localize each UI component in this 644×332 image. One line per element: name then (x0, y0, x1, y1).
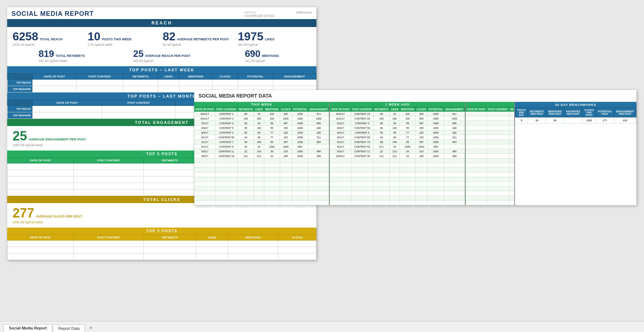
table-row (330, 182, 465, 187)
table-row: 8/21/17CONTENT 2100200100100010001400 (195, 116, 329, 121)
table-row: 9/3/17CONTENT 1122210332151000480 (330, 149, 465, 154)
reach-grid-bottom: 819 TOTAL RETWEETS 191.10 typical week 2… (7, 48, 316, 66)
table-row (466, 140, 514, 144)
table-row: 9/1/17CONTENT 625714410001000654 (330, 144, 465, 149)
table-row (8, 241, 316, 247)
table-row (466, 126, 514, 130)
table-row (466, 177, 514, 182)
table-row (330, 158, 465, 163)
table-row (330, 172, 465, 177)
tab-social-media-report[interactable]: Social Media Report (4, 324, 52, 332)
table-row (195, 201, 329, 205)
table-row: 9/5/17CONTENT 10111211221651000499 (195, 154, 329, 158)
total-reach-item: 6258 TOTAL REACH 2333.33 typical (13, 31, 86, 46)
table-row (466, 130, 514, 135)
table-row: 8/3/17CONTENT 5090140551501000440 (330, 126, 465, 130)
table-row (466, 135, 514, 140)
benchmarks-header: 30 DAY BENCHMARKS (515, 102, 636, 108)
table-row (466, 154, 514, 158)
one-week-ago-table: DATE OF POST POST CONTENT RETWEETS LIKES… (330, 107, 465, 205)
total-retweets-item: 819 TOTAL RETWEETS 191.10 typical week (38, 49, 85, 63)
avg-reach-item: 25 AVERAGE REACH PER POST 625.80 typical (133, 49, 190, 63)
table-row: 9/3/17CONTENT 1122210332151000480 (195, 149, 329, 154)
table-row: 8/22/17CONTENT 2289221003001000511 (330, 112, 465, 116)
table-row (330, 201, 465, 205)
table-row (330, 191, 465, 196)
table-row: 8/21/17CONTENT 2610020010050010001000 (330, 116, 465, 121)
table-row: 9/1/17CONTENT 804490771001000311 (330, 135, 465, 140)
two-weeks-ago-table: DATE OF POST POST CONTENT RETWEETS LIKES… (466, 107, 514, 205)
table-row (466, 112, 514, 116)
table-row (466, 172, 514, 177)
table-row: 9/1/17CONTENT 7388156553571000954 (330, 140, 465, 144)
this-week-block: THIS WEEK DATE OF POST POST CONTENT RETW… (194, 102, 330, 205)
table-row: 9/1/17CONTENT 39934564671000656 (330, 121, 465, 126)
table-row (195, 191, 329, 196)
table-row (330, 177, 465, 182)
table-row (466, 144, 514, 149)
mentions-item: 690 MENTIONS 161.00 typical (245, 49, 279, 63)
this-week-table: DATE OF POST POST CONTENT RETWEETS LIKES… (194, 107, 329, 205)
table-row: 8/3/17CONTENT 535140551501000440 (195, 126, 329, 130)
table-row (466, 121, 514, 126)
table-row (466, 187, 514, 191)
table-row (466, 182, 514, 187)
top3-header: TOP 3 POSTS (7, 228, 316, 234)
table-row (8, 247, 316, 254)
likes-item: 1975 LIKES 460.83 typical (238, 31, 311, 46)
table-row (330, 196, 465, 201)
reach-grid: 6258 TOTAL REACH 2333.33 typical 10 POST… (7, 27, 316, 48)
one-week-ago-header: 1 WEEK AGO (330, 102, 465, 107)
weeks-container: THIS WEEK DATE OF POST POST CONTENT RETW… (194, 102, 514, 205)
benchmark-row: 9 40 80 1000 277 626 (515, 117, 636, 124)
table-row (466, 168, 514, 172)
tab-bar: Social Media Report Report Data + (0, 321, 644, 332)
table-row (195, 187, 329, 191)
table-row: 8/3/17CONTENT 45055771001000282 (195, 130, 329, 135)
table-row (195, 158, 329, 163)
two-weeks-ago-header: 2 WEEKS AGO (466, 102, 514, 107)
table-row (195, 182, 329, 187)
benchmarks-table: POSTS PER DAY RETWEETS PER POST MENTIONS… (515, 108, 636, 124)
table-row (466, 158, 514, 163)
data-sheet-body: THIS WEEK DATE OF POST POST CONTENT RETW… (194, 102, 636, 205)
clicks-content: 277 AVERAGE CLICKS PER POST 1941.80 typi… (7, 203, 316, 228)
table-row (195, 163, 329, 168)
table-row: 9/1/17CONTENT 804490771001000311 (195, 135, 329, 140)
table-row (8, 254, 316, 260)
table-row: 8/3/17CONTENT 45055771001000282 (330, 130, 465, 135)
table-row: 9/1/17CONTENT 6454412821000654 (195, 144, 329, 149)
table-row (330, 168, 465, 172)
table-row: 9/1/17CONTENT 799156553571000954 (195, 140, 329, 144)
two-weeks-ago-block: 2 WEEKS AGO DATE OF POST POST CONTENT RE… (466, 102, 514, 205)
table-row (466, 149, 514, 154)
table-row (466, 191, 514, 196)
table-row (466, 201, 514, 205)
table-row (195, 196, 329, 201)
report-header: SOCIAL MEDIA REPORT REPORT COVERAGE DATE… (7, 7, 316, 19)
add-tab-button[interactable]: + (86, 323, 96, 332)
table-row (195, 168, 329, 172)
table-row: TOP REACH (8, 80, 316, 86)
data-sheet-title: SOCIAL MEDIA REPORT DATA (194, 90, 636, 102)
table-row (195, 177, 329, 182)
data-sheet: SOCIAL MEDIA REPORT DATA THIS WEEK DATE … (194, 90, 636, 205)
one-week-ago-block: 1 WEEK AGO DATE OF POST POST CONTENT RET… (330, 102, 465, 205)
table-row (195, 172, 329, 177)
table-row (330, 163, 465, 168)
posts-week-item: 10 POSTS THIS WEEK 2.33 typical week (88, 31, 161, 46)
benchmarks-panel: 30 DAY BENCHMARKS POSTS PER DAY RETWEETS… (514, 102, 636, 205)
reach-section-header: REACH (7, 19, 316, 27)
report-title: SOCIAL MEDIA REPORT (12, 10, 94, 18)
top3-table: DATE OF POST POST CONTENT RETWEETS LIKES… (7, 234, 316, 260)
table-row (466, 163, 514, 168)
report-meta: REPORT COVERAGE DATES THROUGH (245, 11, 312, 18)
table-row (466, 116, 514, 121)
top-posts-week-header: TOP POSTS – LAST WEEK (7, 66, 316, 73)
table-row (466, 196, 514, 201)
data-table-area: THIS WEEK DATE OF POST POST CONTENT RETW… (194, 102, 514, 205)
table-row: 8/22/17CONTENT 189221003001000511 (195, 112, 329, 116)
table-row (330, 187, 465, 191)
this-week-header: THIS WEEK (194, 102, 329, 107)
tab-report-data[interactable]: Report Data (53, 324, 85, 332)
